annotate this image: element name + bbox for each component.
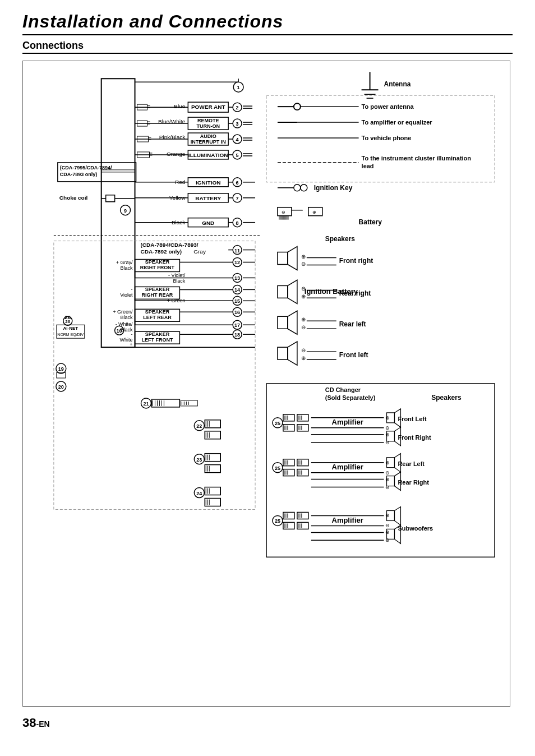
svg-text:8: 8	[236, 220, 239, 226]
svg-text:Black: Black	[173, 278, 185, 284]
svg-text:NORM EQ/DIV: NORM EQ/DIV	[57, 333, 84, 337]
svg-rect-179	[181, 400, 197, 406]
svg-rect-273	[278, 316, 288, 329]
svg-text:(CDA-7894/CDA-7893/: (CDA-7894/CDA-7893/	[141, 242, 199, 248]
svg-rect-300	[283, 425, 294, 431]
svg-text:⊕: ⊕	[386, 529, 390, 535]
svg-text:⊕: ⊕	[386, 415, 390, 421]
svg-text:lead: lead	[362, 163, 374, 169]
svg-text:GND: GND	[202, 220, 214, 226]
svg-text:AUDIO: AUDIO	[200, 133, 216, 139]
svg-text:REMOTE: REMOTE	[197, 118, 219, 123]
svg-text:24: 24	[196, 491, 202, 496]
svg-rect-210	[205, 487, 220, 495]
svg-text:To vehicle phone: To vehicle phone	[362, 135, 412, 141]
svg-text:RIGHT FRONT: RIGHT FRONT	[140, 265, 175, 270]
svg-text:25: 25	[275, 465, 280, 471]
svg-rect-304	[297, 425, 308, 431]
svg-text:⊕: ⊕	[386, 513, 390, 518]
svg-text:⊕: ⊕	[301, 316, 306, 322]
svg-text:25: 25	[275, 518, 280, 524]
svg-text:CDA-7893 only): CDA-7893 only)	[60, 172, 97, 177]
svg-text:Black: Black	[121, 315, 133, 320]
svg-text:Front Right: Front Right	[398, 434, 431, 441]
svg-text:⊖: ⊖	[282, 210, 285, 215]
svg-text:Ignition Key: Ignition Key	[314, 184, 353, 192]
svg-text:⊖: ⊖	[301, 324, 306, 330]
svg-rect-388	[266, 384, 495, 557]
svg-text:19: 19	[58, 366, 64, 372]
svg-text:17: 17	[234, 322, 240, 328]
page-title: Installation and Connections	[22, 11, 513, 35]
svg-text:+ Gray/: + Gray/	[116, 260, 133, 265]
svg-text:BATTERY: BATTERY	[195, 195, 221, 201]
svg-rect-296	[297, 414, 308, 421]
svg-text:Violet: Violet	[120, 292, 133, 298]
svg-text:CDA-7892 only): CDA-7892 only)	[141, 248, 182, 255]
svg-text:Rear Right: Rear Right	[398, 479, 429, 486]
svg-text:LEFT FRONT: LEFT FRONT	[142, 337, 173, 343]
page-number: 38-EN	[22, 716, 513, 730]
svg-text:15: 15	[234, 298, 240, 304]
svg-text:-: -	[131, 331, 133, 337]
svg-text:5: 5	[236, 153, 239, 158]
section-title: Connections	[22, 40, 513, 54]
svg-text:Rear left: Rear left	[339, 320, 366, 328]
svg-text:1: 1	[237, 85, 240, 90]
svg-text:3: 3	[236, 121, 239, 127]
svg-text:Front left: Front left	[339, 351, 368, 359]
svg-marker-260	[288, 247, 297, 270]
svg-text:⊖: ⊖	[386, 425, 390, 431]
svg-rect-220	[54, 241, 255, 510]
svg-text:⊖: ⊖	[386, 537, 390, 543]
svg-rect-333	[297, 469, 308, 476]
svg-text:21: 21	[144, 401, 149, 407]
svg-text:Battery: Battery	[359, 218, 382, 226]
svg-text:+: +	[130, 342, 132, 347]
svg-text:LEFT REAR: LEFT REAR	[143, 315, 172, 320]
svg-text:16: 16	[234, 310, 240, 315]
svg-rect-358	[283, 522, 294, 529]
svg-text:SPEAKER: SPEAKER	[145, 287, 170, 292]
page-num-text: 38	[22, 716, 36, 730]
diagram-container: 1 Blue POWER ANT 2 Blue/White REMOTE TUR…	[22, 61, 510, 707]
svg-rect-321	[283, 459, 294, 466]
svg-text:18: 18	[234, 332, 240, 338]
svg-text:INTERRUPT IN: INTERRUPT IN	[191, 139, 226, 145]
svg-text:To power antenna: To power antenna	[362, 103, 414, 110]
svg-text:⊕: ⊕	[312, 210, 316, 215]
svg-text:14: 14	[234, 287, 240, 293]
svg-text:25: 25	[275, 421, 280, 426]
svg-text:⊖: ⊖	[301, 347, 306, 353]
svg-rect-362	[297, 522, 308, 529]
svg-text:⊕: ⊕	[301, 355, 306, 361]
svg-text:Speakers: Speakers	[431, 394, 462, 402]
svg-text:Gray: Gray	[193, 248, 206, 255]
page-suffix: -EN	[36, 720, 49, 729]
svg-marker-385	[394, 506, 400, 525]
page-title-block: Installation and Connections Connections	[22, 11, 513, 54]
svg-text:To the instrument cluster illu: To the instrument cluster illumination	[362, 155, 472, 162]
svg-rect-266	[278, 285, 288, 298]
svg-text:26: 26	[65, 319, 70, 324]
svg-rect-215	[205, 499, 220, 506]
svg-rect-259	[278, 252, 288, 265]
svg-text:⊕: ⊕	[386, 460, 390, 465]
svg-text:SPEAKER: SPEAKER	[145, 331, 170, 337]
svg-text:ILLUMINATION: ILLUMINATION	[188, 152, 228, 158]
svg-point-239	[294, 185, 301, 191]
svg-text:Ignition Battery: Ignition Battery	[305, 287, 358, 296]
svg-text:⊖: ⊖	[301, 261, 306, 267]
svg-text:Choke coil: Choke coil	[59, 195, 88, 201]
wiring-diagram-svg: 1 Blue POWER ANT 2 Blue/White REMOTE TUR…	[23, 61, 510, 706]
svg-text:IGNITION: IGNITION	[196, 179, 220, 186]
svg-rect-186	[205, 420, 220, 428]
svg-rect-172	[151, 399, 179, 407]
svg-text:⊖: ⊖	[386, 440, 390, 445]
svg-text:SPEAKER: SPEAKER	[145, 259, 170, 265]
svg-text:Black: Black	[121, 265, 133, 271]
svg-rect-350	[283, 512, 294, 519]
svg-rect-329	[283, 469, 294, 476]
svg-text:Front Left: Front Left	[398, 416, 427, 422]
svg-text:⊖: ⊖	[386, 470, 390, 476]
